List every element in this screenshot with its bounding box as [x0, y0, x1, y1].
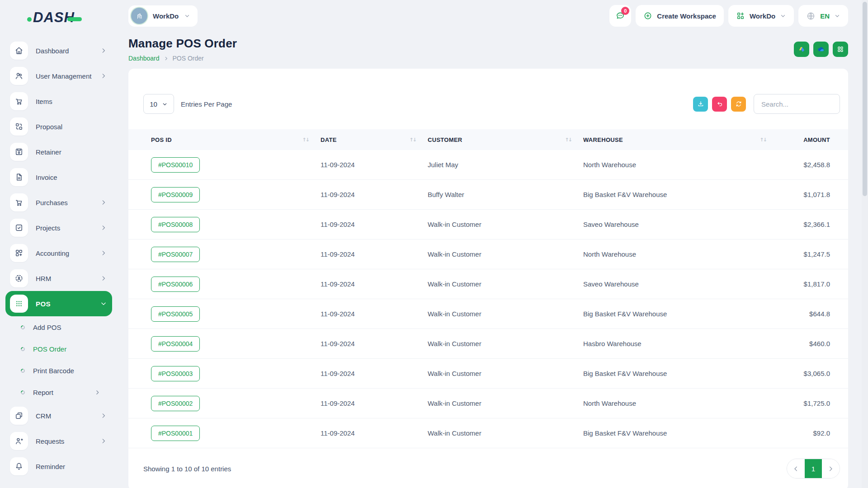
chevron-right-icon	[100, 73, 107, 79]
cell-customer: Walk-in Customer	[428, 399, 583, 407]
pagination-prev-button[interactable]	[787, 459, 805, 478]
grid-icon	[837, 46, 844, 53]
sort-icon[interactable]: ↑↓	[302, 137, 309, 143]
column-header-amount[interactable]: AMOUNT	[778, 136, 830, 143]
pagination-next-button[interactable]	[822, 459, 840, 478]
sidebar-item-label: Reminder	[36, 463, 65, 470]
floppy-icon	[10, 143, 28, 161]
pagination-page-current[interactable]: 1	[805, 459, 822, 478]
sidebar-nav: Dashboard User Management Items Proposal…	[5, 38, 112, 479]
sort-icon[interactable]: ↑↓	[760, 137, 766, 143]
pos-id-badge[interactable]: #POS00004	[151, 336, 200, 352]
sidebar-item-label: Retainer	[36, 148, 61, 156]
sidebar-item-items[interactable]: Items	[5, 89, 112, 114]
onedrive-button[interactable]	[813, 42, 829, 57]
pos-id-badge[interactable]: #POS00009	[151, 187, 200, 202]
refresh-button[interactable]	[731, 97, 746, 112]
sidebar-item-user-management[interactable]: User Management	[5, 63, 112, 89]
sidebar-item-label: HRM	[36, 275, 51, 282]
sidebar-item-pos[interactable]: POS	[5, 291, 112, 316]
export-button[interactable]	[693, 97, 708, 112]
sidebar-item-label: Projects	[36, 224, 60, 232]
entries-per-page-select[interactable]: 10	[143, 94, 174, 114]
sort-icon[interactable]: ↑↓	[410, 137, 416, 143]
download-icon	[697, 100, 704, 108]
pos-id-badge[interactable]: #POS00008	[151, 217, 200, 232]
table-footer: Showing 1 to 10 of 10 entries 1	[128, 448, 848, 479]
chevron-right-icon	[100, 199, 107, 206]
sidebar-subitem-report[interactable]: Report	[5, 381, 112, 403]
column-header-customer[interactable]: CUSTOMER ↑↓	[428, 136, 583, 143]
globe-icon	[806, 11, 816, 21]
cell-date: 11-09-2024	[321, 429, 428, 437]
sidebar-item-reminder[interactable]: Reminder	[5, 454, 112, 479]
chevron-down-icon	[780, 13, 786, 19]
reset-button[interactable]	[712, 97, 727, 112]
sidebar-item-dashboard[interactable]: Dashboard	[5, 38, 112, 63]
grid-plus-icon	[10, 244, 28, 262]
messages-button[interactable]: 0	[609, 5, 631, 27]
pagination: 1	[787, 459, 840, 479]
pos-id-badge[interactable]: #POS00002	[151, 396, 200, 411]
bullet-icon	[20, 389, 26, 395]
chevron-down-icon	[100, 300, 107, 307]
sidebar-subitem-label: Print Barcode	[33, 367, 74, 375]
breadcrumb-dashboard-link[interactable]: Dashboard	[128, 55, 160, 62]
column-header-date[interactable]: DATE ↑↓	[321, 136, 428, 143]
chevron-right-icon	[100, 47, 107, 54]
cell-amount: $2,458.8	[778, 161, 830, 169]
column-label: POS ID	[151, 136, 172, 143]
sidebar-item-retainer[interactable]: Retainer	[5, 139, 112, 164]
cell-customer: Buffy Walter	[428, 191, 583, 198]
chevron-right-icon	[100, 438, 107, 444]
cell-date: 11-09-2024	[321, 310, 428, 318]
sidebar-item-label: CRM	[36, 412, 51, 420]
pos-id-badge[interactable]: #POS00001	[151, 426, 200, 441]
language-selector[interactable]: EN	[798, 5, 848, 27]
sidebar-subitem-print-barcode[interactable]: Print Barcode	[5, 360, 112, 381]
create-workspace-button[interactable]: Create Workspace	[636, 5, 724, 27]
pos-id-badge[interactable]: #POS00005	[151, 306, 200, 322]
google-drive-button[interactable]	[794, 42, 809, 57]
sidebar-item-label: Accounting	[36, 249, 69, 257]
chevron-down-icon	[184, 13, 190, 19]
grid-view-button[interactable]	[833, 42, 848, 57]
scrollbar[interactable]	[862, 0, 868, 488]
sidebar-item-invoice[interactable]: Invoice	[5, 164, 112, 190]
table-row: #POS00008 11-09-2024 Walk-in Customer Sa…	[128, 210, 848, 239]
sidebar-item-requests[interactable]: Requests	[5, 428, 112, 454]
app-logo[interactable]: DASH	[5, 7, 112, 28]
column-header-pos-id[interactable]: POS ID ↑↓	[151, 136, 321, 143]
logo-dot	[27, 17, 32, 22]
header-actions	[794, 42, 848, 57]
home-icon	[10, 42, 28, 60]
scrollbar-thumb[interactable]	[863, 2, 867, 196]
cell-warehouse: Saveo Warehouse	[583, 221, 778, 228]
cell-warehouse: North Warehouse	[583, 250, 778, 258]
sidebar-item-hrm[interactable]: HRM	[5, 266, 112, 291]
pos-id-badge[interactable]: #POS00003	[151, 366, 200, 381]
page-header: Manage POS Order Dashboard POS Order	[128, 37, 848, 62]
sidebar-item-projects[interactable]: Projects	[5, 215, 112, 240]
table-row: #POS00005 11-09-2024 Walk-in Customer Bi…	[128, 299, 848, 329]
cell-warehouse: Hasbro Warehouse	[583, 340, 778, 347]
workspace-selector[interactable]: WorkDo	[128, 5, 198, 27]
workspace-name: WorkDo	[153, 12, 179, 20]
search-input[interactable]	[754, 94, 840, 114]
column-header-warehouse[interactable]: WAREHOUSE ↑↓	[583, 136, 778, 143]
sidebar-subitem-pos-order[interactable]: POS Order	[5, 338, 112, 360]
pos-id-badge[interactable]: #POS00007	[151, 247, 200, 262]
pos-id-badge[interactable]: #POS00006	[151, 277, 200, 292]
pos-id-badge[interactable]: #POS00010	[151, 157, 200, 173]
entries-per-page-value: 10	[150, 100, 157, 108]
workdo-apps-menu[interactable]: WorkDo	[728, 5, 794, 27]
sidebar-item-purchases[interactable]: Purchases	[5, 190, 112, 215]
sort-icon[interactable]: ↑↓	[565, 137, 571, 143]
cell-amount: $1,725.0	[778, 399, 830, 407]
sidebar-subitem-add-pos[interactable]: Add POS	[5, 316, 112, 338]
sidebar-item-proposal[interactable]: Proposal	[5, 114, 112, 139]
cell-customer: Walk-in Customer	[428, 370, 583, 377]
sidebar-item-accounting[interactable]: Accounting	[5, 240, 112, 266]
cell-amount: $1,071.8	[778, 191, 830, 198]
sidebar-item-crm[interactable]: CRM	[5, 403, 112, 428]
